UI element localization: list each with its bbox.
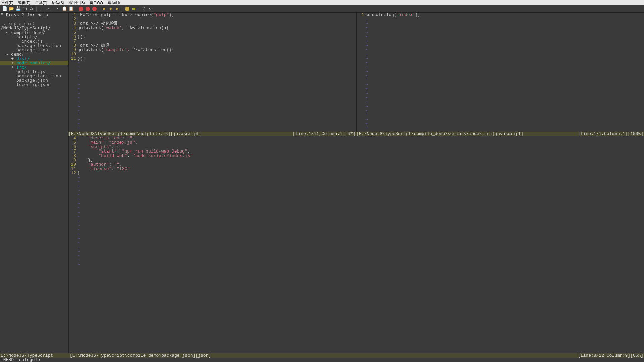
menu-help[interactable]: 帮助(H) (108, 1, 120, 5)
whatsthis-icon[interactable]: ↖ (148, 6, 153, 12)
toolbar-separator (99, 7, 99, 11)
menu-window[interactable]: 窗口(W) (90, 1, 103, 5)
status-top-split: [E:\NodeJS\TypeScript\demo\gulpfile.js][… (68, 132, 644, 136)
status-pos: [Line:8/12,Column:9][66%] (578, 353, 643, 358)
status-gulpfile: [E:\NodeJS\TypeScript\demo\gulpfile.js][… (68, 132, 356, 136)
status-index: [E:\NodeJS\TypeScript\compile_demo\scrip… (356, 132, 644, 136)
toolbar-separator (53, 7, 53, 11)
pane-index[interactable]: 1 console.log('index');~~~~~~~~~~~~~~~~~… (356, 13, 644, 132)
help-icon[interactable]: ? (141, 6, 146, 12)
menu-file[interactable]: 文件(F) (1, 1, 13, 5)
status-package-json: [E:\NodeJS\TypeScript\compile_demo\packa… (68, 353, 644, 358)
run-icon[interactable]: ▶ (115, 6, 120, 12)
gutter: 1234567891011 (69, 13, 77, 132)
open-icon[interactable]: 📂 (9, 6, 14, 12)
status-path: [E:\NodeJS\TypeScript\compile_demo\scrip… (356, 131, 524, 136)
top-split: 1234567891011 "kw">let gulp = "kw">requi… (68, 13, 644, 132)
code-index[interactable]: console.log('index');~~~~~~~~~~~~~~~~~~~… (365, 13, 644, 132)
status-pos: [Line:1/1,Column:1][100%] (578, 132, 643, 136)
find-icon[interactable]: ⬤ (78, 6, 84, 12)
copy-icon[interactable]: 📋 (62, 6, 67, 12)
status-bottom: E:\NodeJS\TypeScript [E:\NodeJS\TypeScri… (0, 353, 644, 358)
menu-tools[interactable]: 工具(T) (35, 1, 47, 5)
cut-icon[interactable]: ✂ (55, 6, 60, 12)
undo-icon[interactable]: ↶ (39, 6, 44, 12)
new-icon[interactable]: 📄 (2, 6, 7, 12)
redo-icon[interactable]: ↷ (45, 6, 51, 12)
status-path: [E:\NodeJS\TypeScript\compile_demo\packa… (70, 353, 211, 358)
status-path: [E:\NodeJS\TypeScript\demo\gulpfile.js][… (68, 131, 202, 136)
menu-edit[interactable]: 编辑(E) (18, 1, 31, 5)
status-pos: [Line:1/11,Column:1][9%] (293, 132, 356, 136)
print-icon[interactable]: 🖨 (29, 6, 34, 12)
session-load-icon[interactable]: ◆ (101, 6, 107, 12)
toolbar-separator (36, 7, 37, 11)
main-area: " Press ? for help .. (up a dir) /NodeJS… (0, 13, 644, 353)
gutter: 1 (357, 13, 365, 132)
toolbar-separator (122, 7, 122, 11)
findnext-icon[interactable]: ⬤ (85, 6, 90, 12)
menu-buffer[interactable]: 缓冲区(B) (69, 1, 85, 5)
menu-syntax[interactable]: 语法(S) (52, 1, 64, 5)
pane-package-json[interactable]: 456789101112 "description": "", "main": … (68, 136, 644, 353)
nerdtree-panel[interactable]: " Press ? for help .. (up a dir) /NodeJS… (0, 13, 68, 353)
saveall-icon[interactable]: 🗃 (22, 6, 28, 12)
menubar: 文件(F) 编辑(E) 工具(T) 语法(S) 缓冲区(B) 窗口(W) 帮助(… (0, 0, 644, 5)
save-icon[interactable]: 💾 (15, 6, 21, 12)
toolbar-separator (139, 7, 139, 11)
make-icon[interactable]: ⬤ (124, 6, 130, 12)
toolbar-separator (76, 7, 76, 11)
pane-gulpfile[interactable]: 1234567891011 "kw">let gulp = "kw">requi… (68, 13, 356, 132)
command-line[interactable]: :NERDTreeToggle (0, 358, 644, 362)
findprev-icon[interactable]: ⬤ (92, 6, 97, 12)
code-package-json[interactable]: "description": "", "main": "index.js", "… (77, 136, 644, 353)
nerdtree-help-hint: " Press ? for help (0, 13, 68, 17)
tags-icon[interactable]: ▭ (131, 6, 137, 12)
editor-area: 1234567891011 "kw">let gulp = "kw">requi… (68, 13, 644, 353)
tree-item[interactable]: tsconfig.json (0, 82, 68, 87)
toolbar: 📄 📂 💾 🗃 🖨 ↶ ↷ ✂ 📋 📋 ⬤ ⬤ ⬤ ◆ ◆ ▶ ⬤ ▭ ? ↖ (0, 5, 644, 13)
gutter: 456789101112 (69, 136, 77, 353)
code-gulpfile[interactable]: "kw">let gulp = "kw">require("gulp");"cm… (77, 13, 356, 132)
paste-icon[interactable]: 📋 (68, 6, 74, 12)
session-save-icon[interactable]: ◆ (108, 6, 113, 12)
